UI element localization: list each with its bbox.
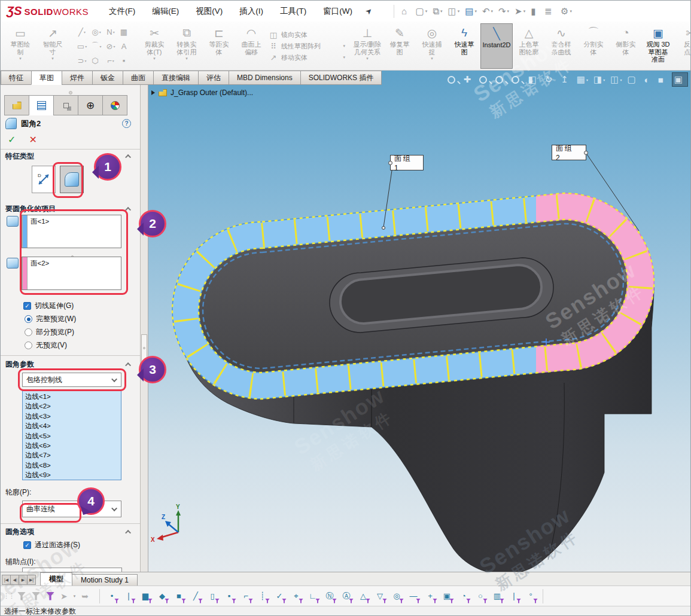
selection-filter-icon[interactable]: ╱ bbox=[188, 589, 203, 603]
collapse-chevron-icon[interactable] bbox=[125, 207, 131, 213]
tab-scroll-button[interactable]: ▶| bbox=[27, 575, 36, 585]
quickbar-icon[interactable]: ▢▾ bbox=[414, 6, 430, 17]
command-tab[interactable]: 焊件 bbox=[62, 71, 93, 85]
view-tool-icon[interactable]: ◐▾ bbox=[644, 75, 653, 85]
selection-filter-icon[interactable]: + bbox=[423, 589, 437, 603]
selection-filter-icon[interactable]: ⌐ bbox=[239, 589, 253, 603]
ribbon-item[interactable]: ✎ 修复草 图 ▾ bbox=[383, 23, 416, 69]
dropdown-caret-icon[interactable]: ▾ bbox=[74, 594, 76, 599]
clear-filters-icon[interactable] bbox=[32, 592, 40, 600]
face-group-callout-2[interactable]: 面组 2 bbox=[552, 145, 586, 160]
graphics-viewport[interactable]: Y X Z ▾ ✚▾ ▾ ▾ ▾ ◧▾ ↻▾ bbox=[148, 71, 691, 572]
view-tool-icon[interactable]: ▾ bbox=[495, 76, 506, 84]
full-round-fillet-button[interactable] bbox=[60, 166, 84, 193]
panel-splitter[interactable] bbox=[140, 85, 148, 572]
flyout-arrow-icon[interactable] bbox=[151, 90, 155, 95]
ribbon-item[interactable]: ◫ 镜向实体 ▾ bbox=[269, 31, 345, 39]
preview-radio[interactable]: 无预览(V) bbox=[25, 340, 67, 350]
selection-filter-icon[interactable]: △ bbox=[356, 589, 370, 603]
view-tool-icon[interactable]: ▾ bbox=[448, 76, 458, 84]
selection-filter-icon[interactable]: • bbox=[105, 589, 119, 603]
command-tab[interactable]: 草图 bbox=[31, 71, 62, 85]
edge-list-item[interactable]: 边线<4> bbox=[23, 421, 121, 431]
selection-filter-icon[interactable]: ◎ bbox=[389, 589, 404, 603]
edge-list-item[interactable]: 边线<3> bbox=[23, 411, 121, 421]
menu-item[interactable]: 窗口(W) bbox=[323, 6, 352, 17]
tab-display-manager[interactable] bbox=[102, 95, 127, 115]
quickbar-icon[interactable]: ◫▾ bbox=[446, 6, 461, 17]
edge-list-item[interactable]: 边线<8> bbox=[23, 461, 121, 470]
selection-filter-icon[interactable]: ∟ bbox=[306, 589, 320, 603]
cancel-button[interactable]: ✕ bbox=[29, 134, 36, 145]
view-tool-icon[interactable]: ◧▾ bbox=[528, 74, 539, 85]
edge-list-item[interactable]: 边线<9> bbox=[23, 470, 121, 480]
ribbon-item[interactable]: ◔ 侧影实 体 ▾ bbox=[610, 23, 642, 69]
view-tool-icon[interactable]: ■▾ bbox=[658, 75, 666, 85]
view-tool-icon[interactable]: ▣▾ bbox=[672, 72, 688, 87]
selection-filter-icon[interactable]: ⌖ bbox=[289, 589, 303, 603]
command-tab[interactable]: 曲面 bbox=[123, 71, 154, 85]
lasso-cursor-icon[interactable]: ➥ bbox=[81, 591, 89, 601]
ribbon-item[interactable]: ▣ 观阅 3D 草图基 准面 ▾ bbox=[642, 23, 674, 69]
ok-button[interactable]: ✓ bbox=[8, 134, 16, 145]
ribbon-item[interactable]: ↗ 移动实体 ▾ bbox=[269, 53, 345, 62]
tangent-propagation-checkbox[interactable]: ✓ 切线延伸(G) bbox=[23, 301, 74, 311]
selection-filter-icon[interactable]: ▆ bbox=[138, 589, 153, 603]
view-tool-icon[interactable]: ✚▾ bbox=[464, 74, 474, 85]
selection-filter-icon[interactable]: ▣ bbox=[440, 589, 454, 603]
sketch-entity-icon[interactable]: ⊘▾ bbox=[104, 39, 118, 53]
selection-filter-icon[interactable]: ■ bbox=[172, 589, 186, 603]
ribbon-item[interactable]: ⠿ 线性草图阵列 ▾ bbox=[269, 42, 345, 51]
quickbar-icon[interactable]: ⚙▾ bbox=[559, 6, 574, 17]
select-through-faces-checkbox[interactable]: ✓ 通过面选择(S) bbox=[23, 540, 80, 550]
selection-filter-icon[interactable]: Ⓝ bbox=[322, 589, 337, 603]
tab-scroll-button[interactable]: ▶ bbox=[19, 575, 28, 585]
selection-filter-icon[interactable]: ° bbox=[523, 589, 538, 603]
toolbar-grip[interactable]: ⋮⋮ bbox=[3, 592, 14, 600]
help-point-input[interactable] bbox=[22, 568, 122, 572]
view-tool-icon[interactable]: ▦▾ bbox=[577, 74, 588, 85]
menu-item[interactable]: 插入(I) bbox=[239, 6, 263, 17]
ribbon-item[interactable]: ▭ 草图绘 制 ▾ bbox=[4, 23, 36, 69]
study-tab[interactable]: 模型 bbox=[40, 572, 72, 585]
sketch-entity-icon[interactable]: ▪▾ bbox=[118, 53, 132, 68]
menu-item[interactable]: 编辑(E) bbox=[152, 6, 179, 17]
selection-filter-icon[interactable]: ┊ bbox=[255, 589, 270, 603]
help-icon[interactable]: ? bbox=[122, 119, 131, 128]
quickbar-icon[interactable]: ➤▾ bbox=[513, 6, 527, 17]
command-tab[interactable]: SOLIDWORKS 插件 bbox=[300, 71, 382, 85]
selection-filter-icon[interactable]: ❘ bbox=[507, 589, 521, 603]
edge-list-item[interactable]: 边线<2> bbox=[23, 401, 121, 411]
quickbar-icon[interactable]: ▮▾ bbox=[529, 6, 541, 17]
selection-filter-icon[interactable]: ◆ bbox=[155, 589, 169, 603]
view-tool-icon[interactable]: ◫▾ bbox=[610, 74, 622, 85]
collapse-chevron-icon[interactable] bbox=[125, 362, 131, 368]
quickbar-icon[interactable]: ↷▾ bbox=[497, 6, 511, 17]
collapse-chevron-icon[interactable] bbox=[125, 154, 131, 160]
sketch-entity-icon[interactable]: ⬡▾ bbox=[89, 53, 104, 68]
ribbon-item[interactable]: ∿ 套合样 条曲线 ▾ bbox=[545, 23, 577, 69]
feature-tree-header[interactable]: J_Grasp Outer (Default)... bbox=[151, 89, 253, 97]
splitter-grip[interactable] bbox=[69, 91, 72, 94]
edge-list-item[interactable]: 边线<1> bbox=[23, 392, 121, 401]
edge-list-box[interactable]: 边线<1>边线<2>边线<3>边线<4>边线<5>边线<6>边线<7>边线<8>… bbox=[22, 391, 121, 480]
ribbon-item[interactable]: ✂ 剪裁实 体(T) ▾ bbox=[138, 23, 171, 69]
face-list-box-2[interactable]: 面<2> bbox=[22, 257, 121, 290]
ribbon-item[interactable]: ⊏ 等距实 体 ▾ bbox=[203, 23, 235, 69]
command-tab[interactable]: 钣金 bbox=[92, 71, 123, 85]
ribbon-item[interactable]: △ 上色草 图轮廓 ▾ bbox=[513, 23, 545, 69]
fillet-size-type-button[interactable]: D bbox=[32, 166, 56, 193]
study-tab[interactable]: Motion Study 1 bbox=[72, 574, 138, 585]
view-tool-icon[interactable]: ▾ bbox=[512, 76, 522, 84]
sketch-entity-icon[interactable]: A▾ bbox=[118, 39, 132, 53]
selection-filter-icon[interactable]: ▯ bbox=[205, 589, 220, 603]
active-filter-icon[interactable] bbox=[46, 592, 54, 600]
edge-list-item[interactable]: 边线<6> bbox=[23, 441, 121, 450]
selection-filter-icon[interactable]: ○ bbox=[473, 589, 488, 603]
command-tab[interactable]: 评估 bbox=[198, 71, 229, 85]
view-tool-icon[interactable]: ▢▾ bbox=[627, 74, 638, 85]
tab-scroll-button[interactable]: ◀ bbox=[10, 575, 19, 585]
quickbar-icon[interactable]: ⌂▾ bbox=[400, 6, 412, 17]
view-tool-icon[interactable]: ◨▾ bbox=[593, 74, 605, 85]
command-tab[interactable]: MBD Dimensions bbox=[229, 71, 301, 85]
